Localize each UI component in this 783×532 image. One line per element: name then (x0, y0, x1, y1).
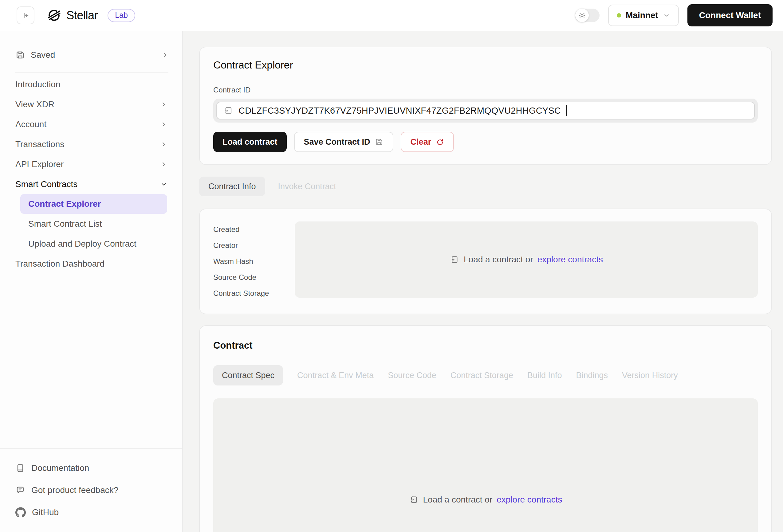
save-contract-id-button[interactable]: Save Contract ID (294, 132, 393, 152)
contract-section-title: Contract (213, 340, 758, 351)
tab-contract-storage[interactable]: Contract Storage (450, 371, 513, 380)
network-label: Mainnet (626, 10, 658, 20)
contract-detail-tabs: Contract Spec Contract & Env Meta Source… (213, 365, 758, 386)
explorer-actions: Load contract Save Contract ID Clear (213, 132, 758, 152)
contract-view-tabs: Contract Info Invoke Contract (199, 177, 772, 196)
tab-contract-env-meta[interactable]: Contract & Env Meta (297, 371, 374, 380)
field-label-creator: Creator (213, 237, 295, 254)
chevron-down-icon (160, 181, 167, 188)
connect-wallet-button[interactable]: Connect Wallet (687, 4, 773, 26)
sidebar-item-label: Introduction (15, 79, 60, 89)
contract-info-grid: Created Creator Wasm Hash Source Code Co… (213, 222, 758, 301)
sidebar-item-smart-contract-list[interactable]: Smart Contract List (0, 214, 182, 234)
field-label-contract-storage: Contract Storage (213, 285, 295, 301)
sidebar-item-view-xdr[interactable]: View XDR (0, 94, 182, 114)
collapse-sidebar-icon (21, 11, 30, 20)
sidebar-item-label: Documentation (31, 463, 89, 473)
sidebar-item-label: View XDR (15, 100, 54, 109)
chevron-right-icon (160, 141, 167, 148)
sidebar-item-upload-deploy-contract[interactable]: Upload and Deploy Contract (0, 234, 182, 254)
chevron-right-icon (160, 161, 167, 168)
contract-icon (409, 495, 418, 504)
save-icon (375, 138, 383, 146)
book-icon (15, 463, 25, 473)
page-title: Contract Explorer (213, 59, 758, 71)
sidebar-item-transaction-dashboard[interactable]: Transaction Dashboard (0, 254, 182, 274)
contract-card: Contract Contract Spec Contract & Env Me… (199, 325, 772, 532)
github-icon (15, 507, 26, 518)
contract-info-empty-state: Load a contract or explore contracts (295, 222, 758, 298)
contract-id-value: CDLZFC3SYJYDZT7K67VZ75HPJVIEUVNIXF47ZG2F… (239, 106, 561, 116)
top-bar: Stellar Lab Mainnet Connect (0, 0, 783, 31)
field-label-created: Created (213, 222, 295, 237)
sidebar-item-feedback[interactable]: Got product feedback? (0, 479, 182, 501)
stellar-logo-icon (47, 8, 61, 23)
tab-source-code[interactable]: Source Code (388, 371, 436, 380)
contract-info-labels: Created Creator Wasm Hash Source Code Co… (213, 222, 295, 301)
chevron-right-icon (162, 52, 168, 58)
text-caret (566, 105, 567, 116)
save-icon (15, 50, 25, 60)
sidebar-item-transactions[interactable]: Transactions (0, 134, 182, 154)
explore-contracts-link[interactable]: explore contracts (497, 495, 562, 505)
feedback-icon (15, 485, 25, 495)
sidebar-item-github[interactable]: GitHub (0, 501, 182, 523)
sidebar-item-account[interactable]: Account (0, 114, 182, 134)
sidebar-item-label: Smart Contract List (28, 219, 102, 229)
brand-name: Stellar (66, 9, 98, 22)
collapse-sidebar-button[interactable] (17, 6, 34, 24)
sun-icon (578, 11, 586, 19)
sidebar-item-label: Contract Explorer (28, 199, 101, 209)
tab-invoke-contract[interactable]: Invoke Contract (278, 182, 336, 191)
contract-explorer-card: Contract Explorer Contract ID CDLZFC3SYJ… (199, 47, 772, 165)
main-content: Contract Explorer Contract ID CDLZFC3SYJ… (183, 31, 783, 532)
sidebar-item-label: GitHub (32, 507, 59, 517)
contract-id-label: Contract ID (213, 86, 758, 94)
explore-contracts-link[interactable]: explore contracts (537, 255, 603, 264)
network-selector[interactable]: Mainnet (608, 5, 679, 26)
chevron-right-icon (160, 121, 167, 128)
field-label-source-code: Source Code (213, 269, 295, 285)
sidebar-item-label: API Explorer (15, 159, 64, 169)
empty-state-text: Load a contract or (464, 255, 533, 264)
sidebar-item-api-explorer[interactable]: API Explorer (0, 154, 182, 174)
chevron-right-icon (160, 101, 167, 108)
sidebar-item-label: Saved (31, 50, 55, 60)
clear-button[interactable]: Clear (401, 132, 454, 152)
sidebar-item-label: Transactions (15, 139, 64, 149)
contract-id-input[interactable]: CDLZFC3SYJYDZT7K67VZ75HPJVIEUVNIXF47ZG2F… (216, 102, 755, 120)
sidebar-item-saved[interactable]: Saved (15, 46, 168, 64)
field-label-wasm-hash: Wasm Hash (213, 254, 295, 269)
app-shell: Saved Introduction View XDR Account (0, 31, 783, 532)
sidebar-item-label: Account (15, 120, 46, 129)
network-status-dot (617, 13, 621, 18)
contract-id-input-ring: CDLZFC3SYJYDZT7K67VZ75HPJVIEUVNIXF47ZG2F… (213, 99, 758, 123)
contract-icon (223, 106, 233, 115)
theme-toggle-knob (575, 9, 589, 22)
sidebar-item-label: Transaction Dashboard (15, 259, 104, 269)
contract-icon (449, 255, 459, 264)
tab-version-history[interactable]: Version History (622, 371, 678, 380)
sidebar-item-label: Smart Contracts (15, 179, 77, 189)
sidebar-item-label: Upload and Deploy Contract (28, 239, 136, 249)
sidebar-item-smart-contracts[interactable]: Smart Contracts (0, 174, 182, 194)
sidebar: Saved Introduction View XDR Account (0, 31, 183, 532)
save-contract-id-label: Save Contract ID (304, 137, 370, 147)
sidebar-item-introduction[interactable]: Introduction (0, 74, 182, 94)
load-contract-button[interactable]: Load contract (213, 132, 287, 152)
contract-info-card: Created Creator Wasm Hash Source Code Co… (199, 208, 772, 314)
sidebar-item-documentation[interactable]: Documentation (0, 457, 182, 479)
refresh-icon (436, 138, 444, 146)
contract-spec-empty-state: Load a contract or explore contracts (213, 398, 758, 532)
tab-contract-info[interactable]: Contract Info (199, 177, 265, 196)
stellar-lab-logo[interactable]: Stellar Lab (47, 8, 135, 23)
lab-badge: Lab (107, 9, 135, 22)
tab-build-info[interactable]: Build Info (527, 371, 562, 380)
theme-toggle[interactable] (575, 9, 599, 22)
tab-bindings[interactable]: Bindings (576, 371, 608, 380)
sidebar-nav: Introduction View XDR Account Transactio… (0, 73, 182, 274)
sidebar-item-label: Got product feedback? (31, 485, 118, 495)
tab-contract-spec[interactable]: Contract Spec (213, 365, 283, 386)
chevron-down-icon (663, 12, 670, 19)
sidebar-item-contract-explorer[interactable]: Contract Explorer (20, 194, 167, 214)
